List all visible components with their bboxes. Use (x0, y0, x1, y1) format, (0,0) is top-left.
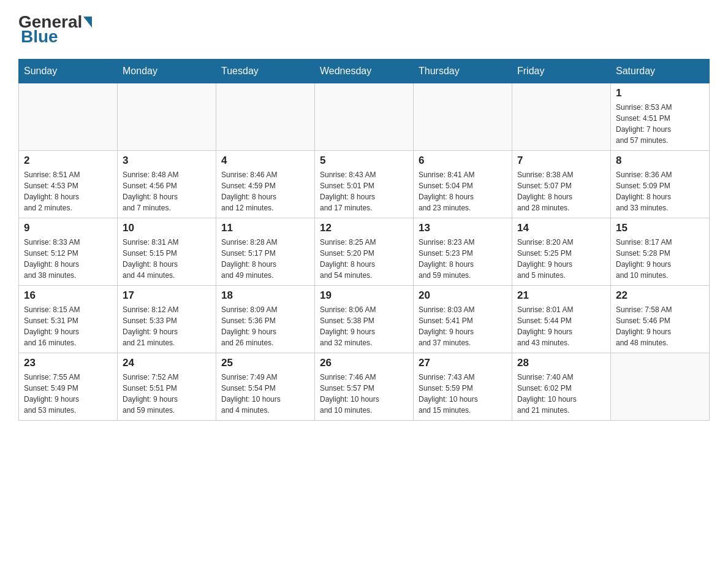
weekday-header-tuesday: Tuesday (216, 59, 315, 83)
day-info: Sunrise: 8:25 AM Sunset: 5:20 PM Dayligh… (320, 237, 408, 281)
calendar-cell: 13Sunrise: 8:23 AM Sunset: 5:23 PM Dayli… (414, 218, 512, 286)
day-info: Sunrise: 8:33 AM Sunset: 5:12 PM Dayligh… (24, 237, 112, 281)
weekday-header-thursday: Thursday (414, 59, 512, 83)
calendar-cell: 19Sunrise: 8:06 AM Sunset: 5:38 PM Dayli… (315, 286, 414, 353)
calendar-table: SundayMondayTuesdayWednesdayThursdayFrid… (18, 59, 710, 421)
day-number: 20 (419, 289, 507, 302)
calendar-cell (512, 83, 611, 151)
calendar-cell: 24Sunrise: 7:52 AM Sunset: 5:51 PM Dayli… (118, 353, 216, 421)
day-number: 18 (221, 289, 309, 302)
day-number: 24 (123, 357, 211, 369)
day-info: Sunrise: 7:55 AM Sunset: 5:49 PM Dayligh… (24, 372, 112, 416)
day-info: Sunrise: 7:58 AM Sunset: 5:46 PM Dayligh… (616, 304, 704, 348)
calendar-cell: 26Sunrise: 7:46 AM Sunset: 5:57 PM Dayli… (315, 353, 414, 421)
weekday-header-sunday: Sunday (19, 59, 118, 83)
calendar-cell: 7Sunrise: 8:38 AM Sunset: 5:07 PM Daylig… (512, 151, 611, 218)
calendar-cell: 2Sunrise: 8:51 AM Sunset: 4:53 PM Daylig… (19, 151, 118, 218)
calendar-cell (414, 83, 512, 151)
day-number: 3 (123, 155, 211, 167)
day-number: 17 (123, 289, 211, 302)
calendar-cell: 5Sunrise: 8:43 AM Sunset: 5:01 PM Daylig… (315, 151, 414, 218)
day-number: 8 (616, 155, 704, 167)
day-number: 27 (419, 357, 507, 369)
calendar-cell: 11Sunrise: 8:28 AM Sunset: 5:17 PM Dayli… (216, 218, 315, 286)
calendar-cell: 18Sunrise: 8:09 AM Sunset: 5:36 PM Dayli… (216, 286, 315, 353)
day-number: 4 (221, 155, 309, 167)
calendar-cell (118, 83, 216, 151)
calendar-cell: 17Sunrise: 8:12 AM Sunset: 5:33 PM Dayli… (118, 286, 216, 353)
day-info: Sunrise: 8:51 AM Sunset: 4:53 PM Dayligh… (24, 169, 112, 213)
day-number: 5 (320, 155, 408, 167)
calendar-cell: 8Sunrise: 8:36 AM Sunset: 5:09 PM Daylig… (611, 151, 710, 218)
day-info: Sunrise: 8:23 AM Sunset: 5:23 PM Dayligh… (419, 237, 507, 281)
weekday-header-friday: Friday (512, 59, 611, 83)
calendar-week-3: 9Sunrise: 8:33 AM Sunset: 5:12 PM Daylig… (19, 218, 710, 286)
calendar-week-5: 23Sunrise: 7:55 AM Sunset: 5:49 PM Dayli… (19, 353, 710, 421)
day-number: 23 (24, 357, 112, 369)
calendar-cell: 15Sunrise: 8:17 AM Sunset: 5:28 PM Dayli… (611, 218, 710, 286)
weekday-header-wednesday: Wednesday (315, 59, 414, 83)
calendar-cell: 23Sunrise: 7:55 AM Sunset: 5:49 PM Dayli… (19, 353, 118, 421)
day-info: Sunrise: 8:38 AM Sunset: 5:07 PM Dayligh… (517, 169, 605, 213)
day-info: Sunrise: 7:52 AM Sunset: 5:51 PM Dayligh… (123, 372, 211, 416)
calendar-cell (216, 83, 315, 151)
calendar-cell: 22Sunrise: 7:58 AM Sunset: 5:46 PM Dayli… (611, 286, 710, 353)
day-info: Sunrise: 8:20 AM Sunset: 5:25 PM Dayligh… (517, 237, 605, 281)
calendar-cell: 12Sunrise: 8:25 AM Sunset: 5:20 PM Dayli… (315, 218, 414, 286)
day-number: 10 (123, 222, 211, 234)
day-number: 12 (320, 222, 408, 234)
day-info: Sunrise: 8:53 AM Sunset: 4:51 PM Dayligh… (616, 102, 704, 146)
page-header: General Blue (18, 12, 710, 47)
day-info: Sunrise: 8:12 AM Sunset: 5:33 PM Dayligh… (123, 304, 211, 348)
calendar-cell: 27Sunrise: 7:43 AM Sunset: 5:59 PM Dayli… (414, 353, 512, 421)
day-info: Sunrise: 7:43 AM Sunset: 5:59 PM Dayligh… (419, 372, 507, 416)
calendar-cell: 21Sunrise: 8:01 AM Sunset: 5:44 PM Dayli… (512, 286, 611, 353)
day-info: Sunrise: 8:31 AM Sunset: 5:15 PM Dayligh… (123, 237, 211, 281)
day-info: Sunrise: 8:09 AM Sunset: 5:36 PM Dayligh… (221, 304, 309, 348)
day-number: 16 (24, 289, 112, 302)
day-number: 15 (616, 222, 704, 234)
day-number: 7 (517, 155, 605, 167)
day-number: 21 (517, 289, 605, 302)
weekday-header-monday: Monday (118, 59, 216, 83)
day-number: 14 (517, 222, 605, 234)
calendar-week-1: 1Sunrise: 8:53 AM Sunset: 4:51 PM Daylig… (19, 83, 710, 151)
calendar-cell: 14Sunrise: 8:20 AM Sunset: 5:25 PM Dayli… (512, 218, 611, 286)
day-info: Sunrise: 7:49 AM Sunset: 5:54 PM Dayligh… (221, 372, 309, 416)
day-info: Sunrise: 8:06 AM Sunset: 5:38 PM Dayligh… (320, 304, 408, 348)
calendar-cell: 20Sunrise: 8:03 AM Sunset: 5:41 PM Dayli… (414, 286, 512, 353)
calendar-cell: 6Sunrise: 8:41 AM Sunset: 5:04 PM Daylig… (414, 151, 512, 218)
calendar-cell: 3Sunrise: 8:48 AM Sunset: 4:56 PM Daylig… (118, 151, 216, 218)
day-number: 13 (419, 222, 507, 234)
day-info: Sunrise: 8:17 AM Sunset: 5:28 PM Dayligh… (616, 237, 704, 281)
calendar-cell: 25Sunrise: 7:49 AM Sunset: 5:54 PM Dayli… (216, 353, 315, 421)
day-number: 26 (320, 357, 408, 369)
calendar-cell: 16Sunrise: 8:15 AM Sunset: 5:31 PM Dayli… (19, 286, 118, 353)
calendar-cell: 28Sunrise: 7:40 AM Sunset: 6:02 PM Dayli… (512, 353, 611, 421)
weekday-header-row: SundayMondayTuesdayWednesdayThursdayFrid… (19, 59, 710, 83)
day-number: 19 (320, 289, 408, 302)
calendar-cell: 10Sunrise: 8:31 AM Sunset: 5:15 PM Dayli… (118, 218, 216, 286)
day-info: Sunrise: 8:03 AM Sunset: 5:41 PM Dayligh… (419, 304, 507, 348)
day-number: 9 (24, 222, 112, 234)
calendar-cell (611, 353, 710, 421)
day-info: Sunrise: 8:48 AM Sunset: 4:56 PM Dayligh… (123, 169, 211, 213)
logo: General Blue (18, 12, 93, 47)
day-number: 6 (419, 155, 507, 167)
weekday-header-saturday: Saturday (611, 59, 710, 83)
day-info: Sunrise: 8:46 AM Sunset: 4:59 PM Dayligh… (221, 169, 309, 213)
calendar-week-2: 2Sunrise: 8:51 AM Sunset: 4:53 PM Daylig… (19, 151, 710, 218)
day-info: Sunrise: 8:28 AM Sunset: 5:17 PM Dayligh… (221, 237, 309, 281)
calendar-cell (19, 83, 118, 151)
calendar-cell: 9Sunrise: 8:33 AM Sunset: 5:12 PM Daylig… (19, 218, 118, 286)
day-info: Sunrise: 8:15 AM Sunset: 5:31 PM Dayligh… (24, 304, 112, 348)
calendar-cell (315, 83, 414, 151)
calendar-week-4: 16Sunrise: 8:15 AM Sunset: 5:31 PM Dayli… (19, 286, 710, 353)
logo-arrow-icon (83, 17, 92, 28)
calendar-cell: 4Sunrise: 8:46 AM Sunset: 4:59 PM Daylig… (216, 151, 315, 218)
day-number: 25 (221, 357, 309, 369)
day-info: Sunrise: 8:01 AM Sunset: 5:44 PM Dayligh… (517, 304, 605, 348)
day-number: 22 (616, 289, 704, 302)
day-info: Sunrise: 8:43 AM Sunset: 5:01 PM Dayligh… (320, 169, 408, 213)
day-number: 28 (517, 357, 605, 369)
